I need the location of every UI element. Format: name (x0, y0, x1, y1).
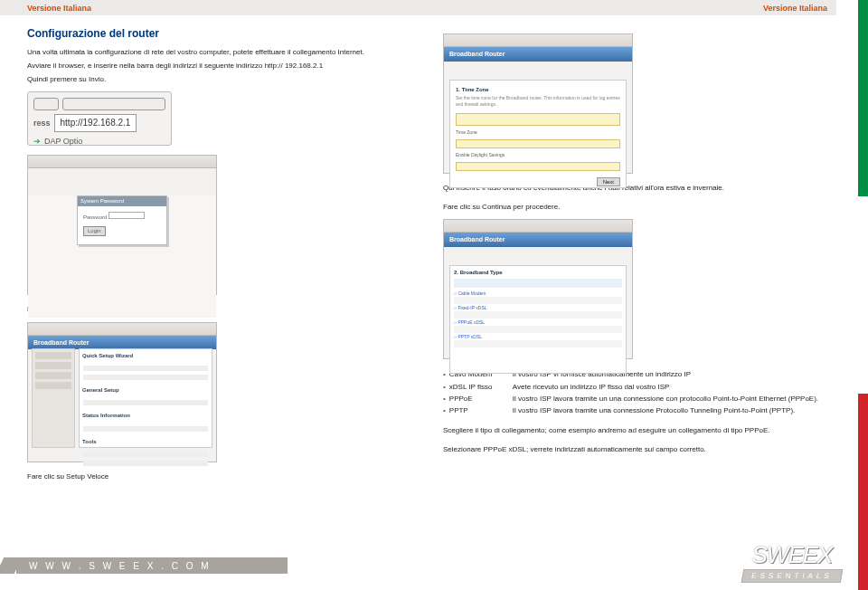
back-icon (33, 98, 59, 110)
screenshot-broadband-type: Broadband Router 2. Broadband Type ○ Cab… (443, 219, 633, 359)
screenshot-login: System Password Password Login (27, 155, 217, 295)
banner-broadband-2: Broadband Router (444, 47, 632, 62)
intro-p2: Avviare il browser, e inserire nella bar… (27, 61, 416, 71)
brand-tagline: ESSENTIALS (741, 569, 844, 583)
page-title: Configurazione del router (27, 26, 416, 42)
intro-p1: Una volta ultimata la configurazione di … (27, 47, 416, 57)
header-left: Versione Italiana (27, 4, 91, 13)
footer-url: W W W . S W E E X . C O M (16, 557, 288, 574)
screenshot-address-bar: ress http://192.168.2.1 ➔ DAP Optio (27, 91, 172, 146)
connection-type-list: Cavo ModemIl vostro ISP vi fornisce auto… (443, 368, 832, 416)
tz-continue: Fare clic su Continua per procedere. (443, 202, 832, 212)
bt-heading: 2. Broadband Type (454, 270, 622, 276)
go-icon: ➔ (33, 136, 41, 148)
header-right: Versione Italiana (763, 4, 827, 13)
right-column: Broadband Router 1. Time Zone Set the ti… (443, 26, 832, 485)
toolbar-hint: DAP Optio (44, 136, 82, 148)
header-bar: Versione Italiana Versione Italiana (0, 0, 836, 15)
list-item: PPTPIl vostro ISP lavora tramite una con… (443, 404, 832, 416)
brand-name: SWEEX (742, 541, 842, 569)
list-item: xDSL IP fissoAvete ricevuto un indirizzo… (443, 381, 832, 393)
brand-logo: SWEEX ESSENTIALS (742, 541, 842, 583)
banner-broadband-3: Broadband Router (444, 233, 632, 247)
screenshot-setup-wizard: Broadband Router Quick Setup Wizard Gene… (27, 322, 217, 462)
setup-caption: Fare clic su Setup Veloce (27, 471, 416, 481)
footer: W W W . S W E E X . C O M SWEEX ESSENTIA… (0, 536, 858, 590)
select-pppoe-caption: Selezionare PPPoE xDSL; verrete indirizz… (443, 444, 832, 454)
left-column: Configurazione del router Una volta ulti… (27, 26, 416, 485)
address-label: ress (33, 118, 51, 129)
list-item: PPPoEIl vostro ISP lavora tramite un una… (443, 393, 832, 404)
screenshot-timezone: Broadband Router 1. Time Zone Set the ti… (443, 33, 633, 174)
address-value: http://192.168.2.1 (54, 114, 137, 132)
tz-heading: 1. Time Zone (456, 86, 620, 93)
italy-flag-strip (858, 0, 868, 590)
choose-caption: Scegliere il tipo di collegamento; come … (443, 425, 832, 435)
intro-p3: Quindi premere su Invio. (27, 74, 416, 84)
